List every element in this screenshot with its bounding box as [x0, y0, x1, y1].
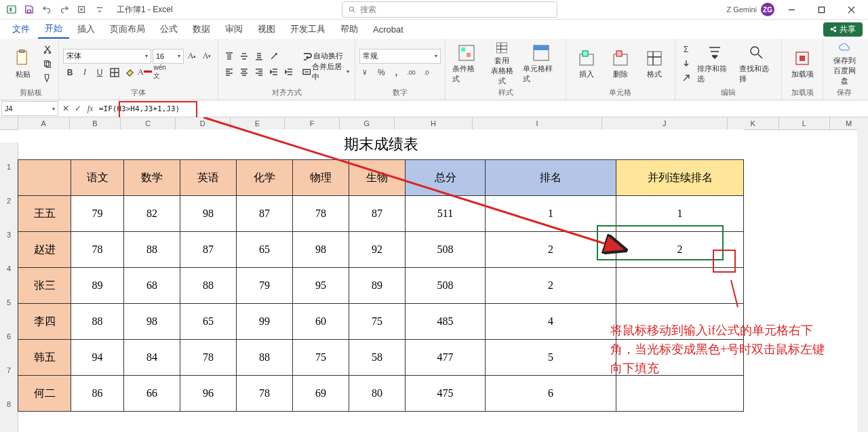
sort-filter-button[interactable]: 排序和筛选: [694, 41, 735, 86]
data-cell[interactable]: 98: [293, 232, 349, 268]
align-left-icon[interactable]: [222, 65, 236, 79]
tab-insert[interactable]: 插入: [71, 20, 102, 38]
formula-input[interactable]: =IF(H3>H4,J3+1,J3): [96, 102, 868, 115]
data-cell[interactable]: 78: [293, 196, 349, 232]
find-select-button[interactable]: 查找和选择: [736, 41, 777, 86]
orientation-icon[interactable]: [267, 50, 281, 63]
align-bottom-icon[interactable]: [252, 50, 266, 63]
conditional-format-button[interactable]: 条件格式: [450, 41, 484, 86]
fx-icon[interactable]: fx: [84, 102, 96, 115]
tab-review[interactable]: 审阅: [218, 20, 250, 38]
column-header[interactable]: K: [728, 117, 779, 130]
avatar[interactable]: ZG: [761, 3, 774, 16]
spreadsheet-grid[interactable]: ABCDEFGHIJKLM 12345678910 期末成绩表语文数学英语化学物…: [0, 117, 868, 432]
qat-dropdown-icon[interactable]: [92, 2, 107, 17]
data-cell[interactable]: 2: [616, 232, 744, 268]
data-cell[interactable]: 68: [124, 268, 180, 304]
format-painter-icon[interactable]: [41, 71, 54, 85]
minimize-icon[interactable]: [778, 0, 804, 19]
data-cell[interactable]: 65: [237, 232, 293, 268]
italic-icon[interactable]: I: [78, 66, 92, 79]
save-icon[interactable]: [22, 2, 37, 17]
name-box[interactable]: J4▾: [1, 101, 58, 116]
increase-decimal-icon[interactable]: .00: [404, 66, 418, 79]
align-middle-icon[interactable]: [237, 50, 251, 63]
data-cell[interactable]: 79: [71, 196, 124, 232]
data-cell[interactable]: 75: [293, 340, 349, 376]
data-cell[interactable]: 88: [237, 340, 293, 376]
row-header[interactable]: 3: [0, 205, 18, 241]
column-header[interactable]: D: [176, 117, 231, 130]
indent-increase-icon[interactable]: [282, 65, 296, 79]
column-header[interactable]: I: [473, 117, 601, 130]
tab-developer[interactable]: 开发工具: [283, 20, 332, 38]
align-top-icon[interactable]: [222, 50, 236, 63]
data-cell[interactable]: 60: [293, 304, 349, 340]
data-cell[interactable]: 87: [349, 196, 406, 232]
tab-acrobat[interactable]: Acrobat: [366, 22, 410, 37]
row-header[interactable]: 1: [0, 142, 18, 173]
percent-icon[interactable]: %: [374, 66, 388, 79]
data-cell[interactable]: 95: [293, 268, 349, 304]
qat-more-icon[interactable]: [75, 2, 90, 17]
enter-formula-icon[interactable]: ✓: [72, 102, 84, 115]
data-cell[interactable]: 78: [180, 340, 237, 376]
data-cell[interactable]: 58: [349, 340, 406, 376]
tab-home[interactable]: 开始: [38, 20, 69, 39]
undo-icon[interactable]: [39, 2, 54, 17]
data-cell[interactable]: 98: [124, 304, 180, 340]
wrap-text-button[interactable]: 自动换行: [301, 50, 351, 63]
align-right-icon[interactable]: [252, 65, 266, 79]
column-header[interactable]: G: [340, 117, 395, 130]
data-cell[interactable]: 86: [71, 376, 124, 412]
data-cell[interactable]: 6: [486, 376, 616, 412]
data-cell[interactable]: 78: [237, 376, 293, 412]
data-cell[interactable]: 88: [180, 268, 237, 304]
data-cell[interactable]: 92: [349, 232, 406, 268]
data-cell[interactable]: 477: [406, 340, 486, 376]
row-header[interactable]: 9: [0, 408, 18, 432]
font-size-select[interactable]: 16▾: [153, 49, 184, 64]
decrease-font-icon[interactable]: A▾: [200, 50, 214, 63]
border-icon[interactable]: [108, 66, 121, 79]
data-cell[interactable]: 508: [406, 232, 486, 268]
row-header[interactable]: 2: [0, 171, 18, 207]
align-center-icon[interactable]: [237, 65, 251, 79]
data-cell[interactable]: 511: [406, 196, 486, 232]
data-cell[interactable]: 4: [486, 304, 616, 340]
cell-styles-button[interactable]: 单元格样式: [520, 41, 561, 86]
decrease-decimal-icon[interactable]: .0: [419, 66, 433, 79]
underline-icon[interactable]: U: [93, 66, 106, 79]
row-header[interactable]: 6: [0, 307, 18, 342]
close-icon[interactable]: [838, 0, 864, 19]
data-cell[interactable]: 80: [349, 376, 406, 412]
font-color-icon[interactable]: A: [138, 66, 152, 79]
data-cell[interactable]: 2: [486, 268, 616, 304]
row-header[interactable]: 4: [0, 239, 18, 275]
row-header[interactable]: 5: [0, 273, 18, 309]
data-cell[interactable]: 82: [124, 196, 180, 232]
copy-icon[interactable]: [41, 57, 54, 71]
data-cell[interactable]: 89: [71, 268, 124, 304]
autosum-icon[interactable]: Σ: [679, 43, 693, 56]
currency-icon[interactable]: ¥: [359, 66, 373, 79]
maximize-icon[interactable]: [808, 0, 834, 19]
data-cell[interactable]: 78: [71, 232, 124, 268]
number-format-select[interactable]: 常规▾: [359, 49, 441, 64]
increase-font-icon[interactable]: A▴: [185, 50, 199, 63]
data-cell[interactable]: 96: [180, 376, 237, 412]
data-cell[interactable]: 98: [180, 196, 237, 232]
row-header[interactable]: 8: [0, 374, 18, 410]
bold-icon[interactable]: B: [63, 66, 77, 79]
font-name-select[interactable]: 宋体▾: [63, 49, 151, 64]
data-cell[interactable]: 1: [616, 196, 744, 232]
row-header[interactable]: 7: [0, 340, 18, 376]
tab-help[interactable]: 帮助: [334, 20, 365, 38]
data-cell[interactable]: 69: [293, 376, 349, 412]
addins-button[interactable]: 加载项: [786, 41, 818, 86]
fill-icon[interactable]: [679, 57, 693, 71]
tab-data[interactable]: 数据: [186, 20, 217, 38]
column-header[interactable]: H: [395, 117, 473, 130]
tab-view[interactable]: 视图: [251, 20, 282, 38]
data-cell[interactable]: [616, 376, 744, 412]
